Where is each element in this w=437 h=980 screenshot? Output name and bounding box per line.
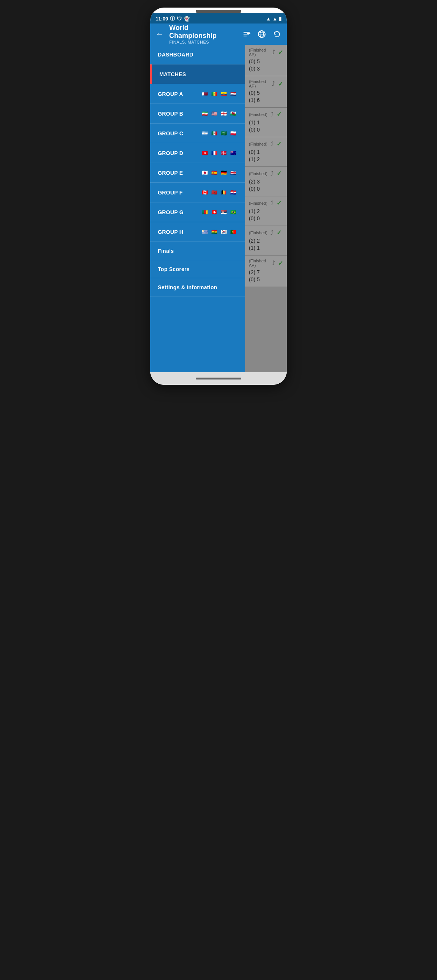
- match-score-row-4b: (1) 2: [249, 156, 283, 162]
- score-1a: (0) 5: [249, 58, 260, 64]
- flag-au: 🇦🇺: [229, 150, 238, 156]
- sidebar-item-groupG[interactable]: GROUP G 🇨🇲 🇨🇭 🇷🇸 🇧🇷: [150, 202, 245, 222]
- navigation-drawer: DASHBOARD MATCHES GROUP A 🇶🇦 🇸🇳 🇪🇨 🇳🇱 GR…: [150, 45, 245, 372]
- score-2b: (1) 6: [249, 97, 260, 103]
- match-card-3: (Finished) ⤴ ✓ (1) 1 (0) 0: [245, 108, 287, 137]
- app-bar-title: World Championship: [169, 24, 237, 40]
- match-score-row-3b: (0) 0: [249, 127, 283, 133]
- match-status-1: (Finished AP) ⤴ ✓: [249, 48, 283, 57]
- sidebar-item-groupE[interactable]: GROUP E 🇯🇵 🇪🇸 🇩🇪 🇨🇷: [150, 163, 245, 183]
- check-icon-8: ✓: [278, 260, 283, 267]
- flag-hr: 🇭🇷: [229, 189, 238, 196]
- score-2a: (0) 5: [249, 90, 260, 96]
- groupG-flags: 🇨🇲 🇨🇭 🇷🇸 🇧🇷: [201, 209, 238, 215]
- match-status-2: (Finished AP) ⤴ ✓: [249, 79, 283, 88]
- share-icon-5[interactable]: ⤴: [271, 170, 273, 177]
- sidebar-item-groupC[interactable]: GROUP C 🇦🇷 🇲🇽 🇸🇦 🇵🇱: [150, 124, 245, 143]
- flag-nl: 🇳🇱: [229, 91, 238, 97]
- match-score-row-5a: (2) 3: [249, 178, 283, 185]
- sidebar-item-groupD[interactable]: GROUP D 🇹🇳 🇫🇷 🇩🇰 🇦🇺: [150, 143, 245, 163]
- check-icon-3: ✓: [276, 111, 281, 118]
- phone-notch: [196, 10, 241, 13]
- ghost-icon: 👻: [183, 16, 190, 22]
- flag-kr: 🇰🇷: [220, 229, 228, 235]
- score-3b: (0) 0: [249, 127, 260, 133]
- groupE-flags: 🇯🇵 🇪🇸 🇩🇪 🇨🇷: [201, 170, 238, 176]
- match-score-row-6b: (0) 0: [249, 215, 283, 221]
- groupF-flags: 🇨🇦 🇲🇦 🇧🇪 🇭🇷: [201, 189, 238, 196]
- match-status-5: (Finished) ⤴ ✓: [249, 170, 283, 177]
- match-status-7: (Finished) ⤴ ✓: [249, 229, 283, 236]
- refresh-icon[interactable]: [270, 27, 284, 41]
- home-indicator: [196, 378, 241, 380]
- sidebar-item-groupH[interactable]: GROUP H 🇺🇾 🇬🇭 🇰🇷 🇵🇹: [150, 222, 245, 242]
- share-icon-3[interactable]: ⤴: [271, 111, 273, 118]
- flag-ca: 🇨🇦: [201, 189, 209, 196]
- match-score-row-2b: (1) 6: [249, 97, 283, 103]
- flag-ec: 🇪🇨: [220, 91, 228, 97]
- check-icon-5: ✓: [276, 170, 281, 177]
- flag-tn: 🇹🇳: [201, 150, 209, 156]
- match-score-row-6a: (1) 2: [249, 208, 283, 214]
- match-status-4: (Finished) ⤴ ✓: [249, 140, 283, 148]
- score-7a: (2) 2: [249, 238, 260, 244]
- sidebar-item-finals[interactable]: Finals: [150, 242, 245, 260]
- score-3a: (1) 1: [249, 119, 260, 126]
- match-card-6: (Finished) ⤴ ✓ (1) 2 (0) 0: [245, 196, 287, 226]
- share-icon-1[interactable]: ⤴: [272, 49, 275, 56]
- score-6a: (1) 2: [249, 208, 260, 214]
- match-score-row-7a: (2) 2: [249, 238, 283, 244]
- flag-wal: 🏴󠁧󠁢󠁷󠁬󠁳󠁿: [229, 111, 238, 117]
- check-icon-1: ✓: [278, 49, 283, 56]
- score-8a: (2) 7: [249, 269, 260, 275]
- match-score-row-8a: (2) 7: [249, 269, 283, 275]
- flag-qa: 🇶🇦: [201, 91, 209, 97]
- sidebar-item-matches[interactable]: MATCHES: [150, 64, 245, 84]
- score-4a: (0) 1: [249, 149, 260, 155]
- sidebar-item-groupF[interactable]: GROUP F 🇨🇦 🇲🇦 🇧🇪 🇭🇷: [150, 183, 245, 202]
- share-icon-6[interactable]: ⤴: [271, 200, 273, 207]
- drawer-empty-space: [150, 296, 245, 372]
- sidebar-item-top-scorers[interactable]: Top Scorers: [150, 260, 245, 278]
- flag-be: 🇧🇪: [220, 189, 228, 196]
- filter-icon[interactable]: [240, 27, 254, 41]
- status-bar: 11:09 ⓘ 🛡 👻 ▲ ▲ ▮: [150, 13, 287, 24]
- flag-cm: 🇨🇲: [201, 209, 209, 215]
- sidebar-item-groupA[interactable]: GROUP A 🇶🇦 🇸🇳 🇪🇨 🇳🇱: [150, 84, 245, 104]
- match-card-7: (Finished) ⤴ ✓ (2) 2 (1) 1: [245, 226, 287, 256]
- flag-jp: 🇯🇵: [201, 170, 209, 176]
- flag-ma: 🇲🇦: [210, 189, 218, 196]
- signal-icon: ▲: [273, 16, 277, 22]
- sidebar-item-groupB[interactable]: GROUP B 🇮🇷 🇺🇸 🏴󠁧󠁢󠁥󠁮󠁧󠁿 🏴󠁧󠁢󠁷󠁬󠁳󠁿: [150, 104, 245, 124]
- match-score-row-7b: (1) 1: [249, 245, 283, 251]
- sidebar-item-settings[interactable]: Settings & Information: [150, 278, 245, 296]
- score-1b: (0) 3: [249, 65, 260, 72]
- flag-gh: 🇬🇭: [210, 229, 218, 235]
- flag-pl: 🇵🇱: [229, 130, 238, 137]
- check-icon-2: ✓: [278, 80, 283, 88]
- match-score-row-2a: (0) 5: [249, 90, 283, 96]
- flag-mx: 🇲🇽: [210, 130, 218, 137]
- sidebar-item-dashboard[interactable]: DASHBOARD: [150, 45, 245, 64]
- match-score-row-8b: (0) 5: [249, 276, 283, 282]
- share-icon-2[interactable]: ⤴: [272, 80, 275, 87]
- globe-icon[interactable]: [255, 27, 269, 41]
- share-icon-8[interactable]: ⤴: [272, 260, 275, 267]
- shield-icon: 🛡: [177, 16, 182, 22]
- wifi-icon: ▲: [266, 16, 271, 22]
- groupH-flags: 🇺🇾 🇬🇭 🇰🇷 🇵🇹: [201, 229, 238, 235]
- flag-ir: 🇮🇷: [201, 111, 209, 117]
- match-score-row-4a: (0) 1: [249, 149, 283, 155]
- app-bar-subtitle: FINALS, MATCHES: [169, 40, 237, 45]
- back-button[interactable]: ←: [153, 27, 166, 41]
- flag-de: 🇩🇪: [220, 170, 228, 176]
- score-8b: (0) 5: [249, 276, 260, 282]
- groupD-flags: 🇹🇳 🇫🇷 🇩🇰 🇦🇺: [201, 150, 238, 156]
- flag-eng: 🏴󠁧󠁢󠁥󠁮󠁧󠁿: [220, 111, 228, 117]
- app-bar-actions: [240, 27, 284, 41]
- flag-uy: 🇺🇾: [201, 229, 209, 235]
- matches-list: (Finished AP) ⤴ ✓ (0) 5 (0) 3 (Finished …: [245, 45, 287, 372]
- share-icon-4[interactable]: ⤴: [271, 141, 273, 148]
- score-7b: (1) 1: [249, 245, 260, 251]
- share-icon-7[interactable]: ⤴: [271, 229, 273, 236]
